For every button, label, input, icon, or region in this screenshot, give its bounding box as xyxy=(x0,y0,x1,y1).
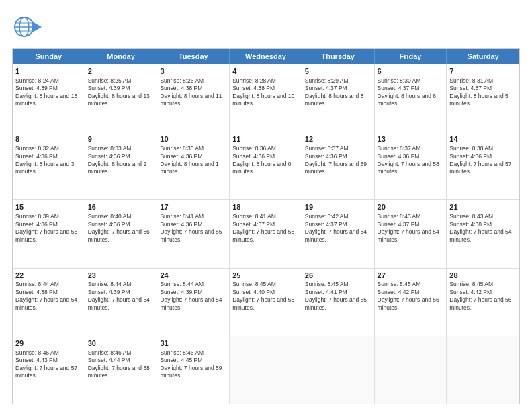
table-row: 26Sunrise: 8:45 AMSunset: 4:41 PMDayligh… xyxy=(302,269,375,336)
daylight: Daylight: 8 hours and 6 minutes. xyxy=(378,93,436,107)
sunset: Sunset: 4:36 PM xyxy=(15,153,58,160)
sunrise: Sunrise: 8:33 AM xyxy=(88,145,132,152)
header-saturday: Saturday xyxy=(447,49,519,64)
table-row: 13Sunrise: 8:37 AMSunset: 4:36 PMDayligh… xyxy=(375,132,447,199)
table-row: 27Sunrise: 8:45 AMSunset: 4:42 PMDayligh… xyxy=(375,269,447,336)
sunset: Sunset: 4:36 PM xyxy=(305,153,347,160)
sunrise: Sunrise: 8:46 AM xyxy=(15,349,59,356)
day-number: 13 xyxy=(378,134,444,144)
table-row: 4Sunrise: 8:28 AMSunset: 4:38 PMDaylight… xyxy=(230,64,302,132)
daylight: Daylight: 8 hours and 15 minutes. xyxy=(15,93,77,107)
sunset: Sunset: 4:44 PM xyxy=(88,357,130,363)
sunrise: Sunrise: 8:24 AM xyxy=(15,77,59,84)
daylight: Daylight: 8 hours and 3 minutes. xyxy=(15,161,74,175)
sunrise: Sunrise: 8:30 AM xyxy=(378,77,421,84)
daylight: Daylight: 7 hours and 55 minutes. xyxy=(305,296,367,310)
day-number: 11 xyxy=(232,134,299,144)
table-row xyxy=(375,336,447,404)
sunrise: Sunrise: 8:44 AM xyxy=(15,281,59,287)
table-row: 10Sunrise: 8:35 AMSunset: 4:36 PMDayligh… xyxy=(157,132,230,199)
sunrise: Sunrise: 8:46 AM xyxy=(88,349,132,356)
sunrise: Sunrise: 8:36 AM xyxy=(232,145,276,152)
sunset: Sunset: 4:39 PM xyxy=(160,289,202,295)
table-row: 8Sunrise: 8:32 AMSunset: 4:36 PMDaylight… xyxy=(13,132,85,199)
calendar-header: Sunday Monday Tuesday Wednesday Thursday… xyxy=(13,49,519,64)
table-row xyxy=(302,336,375,404)
daylight: Daylight: 8 hours and 11 minutes. xyxy=(160,93,222,107)
daylight: Daylight: 7 hours and 54 minutes. xyxy=(305,228,367,242)
day-number: 14 xyxy=(449,134,517,144)
daylight: Daylight: 7 hours and 54 minutes. xyxy=(160,296,222,310)
table-row: 25Sunrise: 8:45 AMSunset: 4:40 PMDayligh… xyxy=(230,269,302,336)
header xyxy=(12,12,520,42)
day-number: 19 xyxy=(305,202,371,212)
table-row xyxy=(447,336,519,404)
sunset: Sunset: 4:38 PM xyxy=(232,85,275,91)
sunset: Sunset: 4:37 PM xyxy=(305,221,347,228)
header-tuesday: Tuesday xyxy=(157,49,230,64)
table-row: 19Sunrise: 8:42 AMSunset: 4:37 PMDayligh… xyxy=(302,200,375,267)
table-row: 14Sunrise: 8:38 AMSunset: 4:36 PMDayligh… xyxy=(447,132,519,199)
sunrise: Sunrise: 8:31 AM xyxy=(449,77,493,84)
daylight: Daylight: 8 hours and 10 minutes. xyxy=(232,93,294,107)
table-row: 22Sunrise: 8:44 AMSunset: 4:38 PMDayligh… xyxy=(13,269,85,336)
daylight: Daylight: 7 hours and 54 minutes. xyxy=(378,228,439,242)
day-number: 6 xyxy=(378,66,444,77)
svg-marker-5 xyxy=(32,21,42,32)
day-number: 17 xyxy=(160,202,226,212)
day-number: 25 xyxy=(232,271,299,281)
daylight: Daylight: 7 hours and 59 minutes. xyxy=(305,161,367,175)
sunset: Sunset: 4:43 PM xyxy=(15,357,58,363)
day-number: 16 xyxy=(88,202,154,212)
table-row: 3Sunrise: 8:26 AMSunset: 4:38 PMDaylight… xyxy=(157,64,230,132)
daylight: Daylight: 7 hours and 56 minutes. xyxy=(378,296,439,310)
sunset: Sunset: 4:36 PM xyxy=(88,153,130,160)
header-sunday: Sunday xyxy=(13,49,85,64)
sunset: Sunset: 4:37 PM xyxy=(378,85,420,91)
sunrise: Sunrise: 8:40 AM xyxy=(88,213,132,220)
sunset: Sunset: 4:42 PM xyxy=(449,289,492,295)
day-number: 9 xyxy=(88,134,154,144)
sunset: Sunset: 4:37 PM xyxy=(449,85,492,91)
sunrise: Sunrise: 8:45 AM xyxy=(232,281,276,287)
sunset: Sunset: 4:42 PM xyxy=(378,289,420,295)
table-row xyxy=(230,336,302,404)
daylight: Daylight: 7 hours and 58 minutes. xyxy=(88,365,150,379)
table-row: 7Sunrise: 8:31 AMSunset: 4:37 PMDaylight… xyxy=(447,64,519,132)
sunset: Sunset: 4:38 PM xyxy=(449,221,492,228)
sunset: Sunset: 4:37 PM xyxy=(305,85,347,91)
sunrise: Sunrise: 8:44 AM xyxy=(160,281,204,287)
header-wednesday: Wednesday xyxy=(230,49,302,64)
day-number: 1 xyxy=(15,66,82,77)
daylight: Daylight: 7 hours and 56 minutes. xyxy=(449,296,511,310)
day-number: 31 xyxy=(160,338,226,349)
daylight: Daylight: 8 hours and 8 minutes. xyxy=(305,93,363,107)
day-number: 2 xyxy=(88,66,154,77)
logo-icon xyxy=(12,12,42,42)
table-row: 23Sunrise: 8:44 AMSunset: 4:39 PMDayligh… xyxy=(85,269,158,336)
sunrise: Sunrise: 8:42 AM xyxy=(305,213,349,220)
calendar: Sunday Monday Tuesday Wednesday Thursday… xyxy=(12,48,520,404)
day-number: 24 xyxy=(160,271,226,281)
sunrise: Sunrise: 8:43 AM xyxy=(449,213,493,220)
table-row: 30Sunrise: 8:46 AMSunset: 4:44 PMDayligh… xyxy=(85,336,158,404)
table-row: 9Sunrise: 8:33 AMSunset: 4:36 PMDaylight… xyxy=(85,132,158,199)
day-number: 30 xyxy=(88,338,154,349)
sunset: Sunset: 4:40 PM xyxy=(232,289,275,295)
table-row: 16Sunrise: 8:40 AMSunset: 4:36 PMDayligh… xyxy=(85,200,158,267)
table-row: 12Sunrise: 8:37 AMSunset: 4:36 PMDayligh… xyxy=(302,132,375,199)
calendar-body: 1Sunrise: 8:24 AMSunset: 4:39 PMDaylight… xyxy=(13,64,519,404)
sunrise: Sunrise: 8:41 AM xyxy=(160,213,204,220)
sunset: Sunset: 4:39 PM xyxy=(15,85,58,91)
sunrise: Sunrise: 8:26 AM xyxy=(160,77,204,84)
daylight: Daylight: 7 hours and 56 minutes. xyxy=(15,228,77,242)
header-friday: Friday xyxy=(375,49,447,64)
table-row: 1Sunrise: 8:24 AMSunset: 4:39 PMDaylight… xyxy=(13,64,85,132)
day-number: 27 xyxy=(378,271,444,281)
table-row: 15Sunrise: 8:39 AMSunset: 4:36 PMDayligh… xyxy=(13,200,85,267)
daylight: Daylight: 7 hours and 54 minutes. xyxy=(15,296,77,310)
sunset: Sunset: 4:37 PM xyxy=(232,221,275,228)
table-row: 5Sunrise: 8:29 AMSunset: 4:37 PMDaylight… xyxy=(302,64,375,132)
sunset: Sunset: 4:36 PM xyxy=(160,153,202,160)
daylight: Daylight: 8 hours and 2 minutes. xyxy=(88,161,146,175)
